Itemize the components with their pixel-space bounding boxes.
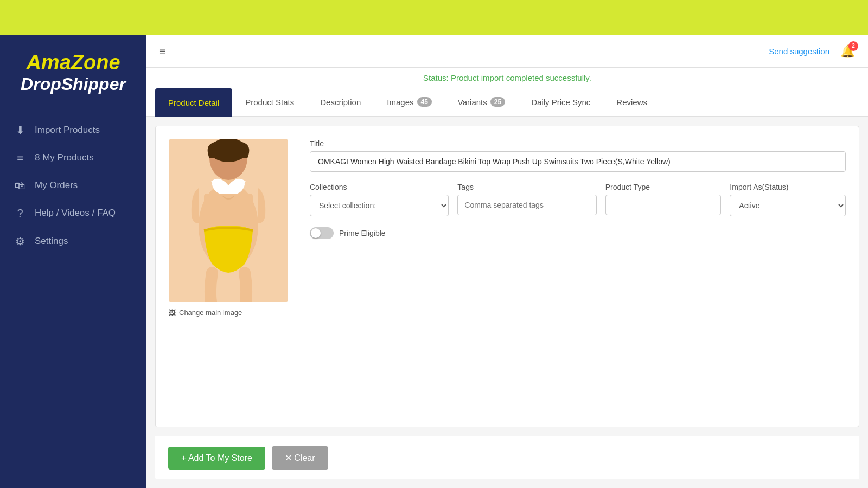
my-orders-label: My Orders [35,180,78,191]
help-icon: ? [13,207,27,220]
sidebar-logo: AmaZone DropShipper [0,41,146,111]
notification-bell[interactable]: 🔔 2 [840,44,855,59]
main-content: ≡ Send suggestion 🔔 2 Status: Product im… [146,35,868,488]
list-icon: ≡ [13,152,27,164]
orders-icon: 🛍 [13,179,27,192]
tab-description[interactable]: Description [307,88,374,117]
status-message: Status: Product import completed success… [423,73,591,82]
notification-badge: 2 [848,41,858,51]
import-products-label: Import Products [35,125,100,136]
tab-product-detail[interactable]: Product Detail [155,88,232,117]
logo-line1: AmaZone [11,52,136,74]
status-group: Import As(Status) Active Draft Archived [730,183,846,216]
tab-images-label: Images [387,98,413,107]
tab-product-detail-label: Product Detail [168,98,219,107]
tab-images[interactable]: Images 45 [374,88,445,117]
clear-button[interactable]: ✕ Clear [272,446,328,470]
help-label: Help / Videos / FAQ [35,208,116,219]
product-image-section: 🖼 Change main image [169,139,293,317]
add-to-store-button[interactable]: + Add To My Store [168,447,265,470]
product-form: Title Collections Select collection: Tag… [310,139,846,317]
content-area: 🖼 Change main image Title Collections [146,117,868,488]
sidebar: AmaZone DropShipper ⬇ Import Products ≡ … [0,35,146,488]
tab-daily-price-sync-label: Daily Price Sync [531,98,590,107]
change-image-button[interactable]: 🖼 Change main image [169,309,242,317]
sidebar-nav: ⬇ Import Products ≡ 8 My Products 🛍 My O… [0,111,146,261]
tab-variants[interactable]: Variants 25 [445,88,518,117]
product-panel: 🖼 Change main image Title Collections [155,126,859,427]
settings-label: Settings [35,236,68,247]
top-yellow-bar [0,0,868,35]
hamburger-menu[interactable]: ≡ [159,45,166,57]
collections-select[interactable]: Select collection: [310,195,449,216]
tab-variants-label: Variants [458,98,487,107]
sidebar-item-settings[interactable]: ⚙ Settings [0,227,146,255]
product-type-input[interactable] [605,195,722,215]
status-label: Import As(Status) [730,183,846,191]
status-bar: Status: Product import completed success… [146,68,868,88]
tab-reviews[interactable]: Reviews [603,88,660,117]
action-bar: + Add To My Store ✕ Clear [155,436,859,479]
collections-group: Collections Select collection: [310,183,449,216]
sidebar-item-my-orders[interactable]: 🛍 My Orders [0,172,146,200]
header-right: Send suggestion 🔔 2 [769,44,855,59]
image-icon: 🖼 [169,309,176,317]
tab-daily-price-sync[interactable]: Daily Price Sync [518,88,603,117]
images-badge: 45 [417,97,432,107]
product-type-label: Product Type [605,183,722,191]
tab-product-stats-label: Product Stats [245,98,294,107]
form-row-fields: Collections Select collection: Tags Pro [310,183,846,216]
product-type-group: Product Type [605,183,722,216]
product-content: 🖼 Change main image Title Collections [169,139,846,317]
tab-reviews-label: Reviews [616,98,647,107]
title-label: Title [310,139,846,148]
tags-group: Tags [457,183,596,216]
product-image [169,139,288,302]
collections-label: Collections [310,183,449,191]
sidebar-item-import-products[interactable]: ⬇ Import Products [0,116,146,144]
send-suggestion-link[interactable]: Send suggestion [769,47,829,56]
prime-eligible-row: Prime Eligible [310,227,846,239]
prime-label: Prime Eligible [339,229,386,237]
top-header: ≡ Send suggestion 🔔 2 [146,35,868,68]
my-products-label: 8 My Products [35,152,94,163]
status-select[interactable]: Active Draft Archived [730,195,846,216]
sidebar-item-my-products[interactable]: ≡ 8 My Products [0,144,146,172]
settings-icon: ⚙ [13,235,27,248]
tags-input[interactable] [457,195,596,215]
change-image-label: Change main image [179,309,242,317]
toggle-knob [311,228,321,238]
sidebar-item-help[interactable]: ? Help / Videos / FAQ [0,200,146,227]
tab-product-stats[interactable]: Product Stats [232,88,307,117]
import-icon: ⬇ [13,124,27,137]
logo-line2: DropShipper [11,74,136,94]
tags-label: Tags [457,183,596,191]
title-input[interactable] [310,151,846,172]
prime-toggle[interactable] [310,227,334,239]
tabs-bar: Product Detail Product Stats Description… [146,88,868,117]
variants-badge: 25 [490,97,505,107]
tab-description-label: Description [320,98,361,107]
product-image-svg [169,139,288,302]
